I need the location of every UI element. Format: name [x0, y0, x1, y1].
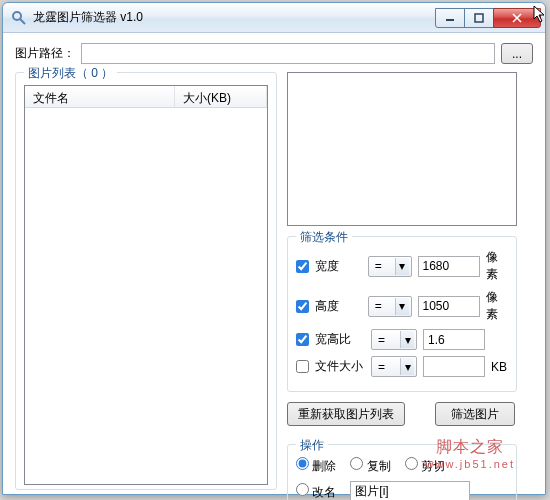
width-value-input[interactable]: [418, 256, 480, 277]
maximize-button[interactable]: [464, 8, 494, 28]
height-label: 高度: [315, 298, 362, 315]
app-window: 龙霆图片筛选器 v1.0 图片路径： ... 图片列表（ 0 ）: [2, 2, 546, 495]
window-title: 龙霆图片筛选器 v1.0: [33, 9, 436, 26]
col-size[interactable]: 大小(KB): [175, 86, 267, 107]
filter-width-row: 宽度 =▾ 像素: [296, 249, 508, 283]
height-checkbox[interactable]: [296, 300, 309, 313]
svg-line-1: [20, 19, 25, 24]
app-icon: [11, 10, 27, 26]
list-header: 文件名 大小(KB): [25, 86, 267, 108]
path-label: 图片路径：: [15, 45, 75, 62]
image-preview: [287, 72, 517, 226]
columns: 图片列表（ 0 ） 文件名 大小(KB) 筛选条件: [15, 72, 533, 500]
size-checkbox[interactable]: [296, 360, 309, 373]
file-listview[interactable]: 文件名 大小(KB): [24, 85, 268, 485]
ratio-label: 宽高比: [315, 331, 365, 348]
filter-legend: 筛选条件: [296, 229, 352, 246]
path-input[interactable]: [81, 43, 495, 64]
svg-rect-2: [446, 19, 454, 21]
svg-rect-3: [475, 14, 483, 22]
ops-group: 操作 删除 复制 剪切 改名: [287, 444, 517, 500]
chevron-down-icon: ▾: [400, 331, 414, 348]
width-checkbox[interactable]: [296, 260, 309, 273]
filter-height-row: 高度 =▾ 像素: [296, 289, 508, 323]
op-copy[interactable]: 复制: [350, 457, 390, 475]
filter-size-row: 文件大小 =▾ KB: [296, 356, 508, 377]
button-row: 重新获取图片列表 筛选图片: [287, 402, 517, 426]
svg-point-0: [13, 12, 21, 20]
close-button[interactable]: [493, 8, 541, 28]
op-cut[interactable]: 剪切: [405, 457, 445, 475]
browse-button[interactable]: ...: [501, 43, 533, 64]
ratio-value-input[interactable]: [423, 329, 485, 350]
height-value-input[interactable]: [418, 296, 480, 317]
ratio-op-combo[interactable]: =▾: [371, 329, 417, 350]
width-unit: 像素: [486, 249, 508, 283]
op-delete[interactable]: 删除: [296, 457, 336, 475]
minimize-button[interactable]: [435, 8, 465, 28]
width-label: 宽度: [315, 258, 362, 275]
filter-button[interactable]: 筛选图片: [435, 402, 515, 426]
left-column: 图片列表（ 0 ） 文件名 大小(KB): [15, 72, 277, 500]
height-op-combo[interactable]: =▾: [368, 296, 412, 317]
width-op-combo[interactable]: =▾: [368, 256, 412, 277]
chevron-down-icon: ▾: [395, 258, 409, 275]
ops-row2: 改名: [296, 481, 508, 500]
rename-pattern-input[interactable]: [350, 481, 470, 500]
list-group: 图片列表（ 0 ） 文件名 大小(KB): [15, 72, 277, 490]
chevron-down-icon: ▾: [395, 298, 409, 315]
path-row: 图片路径： ...: [15, 43, 533, 64]
size-label: 文件大小: [315, 358, 365, 375]
list-legend: 图片列表（ 0 ）: [24, 65, 117, 82]
chevron-down-icon: ▾: [400, 358, 414, 375]
right-column: 筛选条件 宽度 =▾ 像素 高度 =▾ 像素: [287, 72, 517, 500]
ops-row1: 删除 复制 剪切: [296, 457, 508, 475]
filter-group: 筛选条件 宽度 =▾ 像素 高度 =▾ 像素: [287, 236, 517, 392]
col-filename[interactable]: 文件名: [25, 86, 175, 107]
ratio-checkbox[interactable]: [296, 333, 309, 346]
size-value-input[interactable]: [423, 356, 485, 377]
op-rename[interactable]: 改名: [296, 483, 336, 501]
client-area: 图片路径： ... 图片列表（ 0 ） 文件名 大小(KB): [3, 33, 545, 500]
size-op-combo[interactable]: =▾: [371, 356, 417, 377]
ops-legend: 操作: [296, 437, 328, 454]
titlebar[interactable]: 龙霆图片筛选器 v1.0: [3, 3, 545, 33]
size-unit: KB: [491, 360, 507, 374]
refresh-button[interactable]: 重新获取图片列表: [287, 402, 405, 426]
filter-ratio-row: 宽高比 =▾: [296, 329, 508, 350]
height-unit: 像素: [486, 289, 508, 323]
